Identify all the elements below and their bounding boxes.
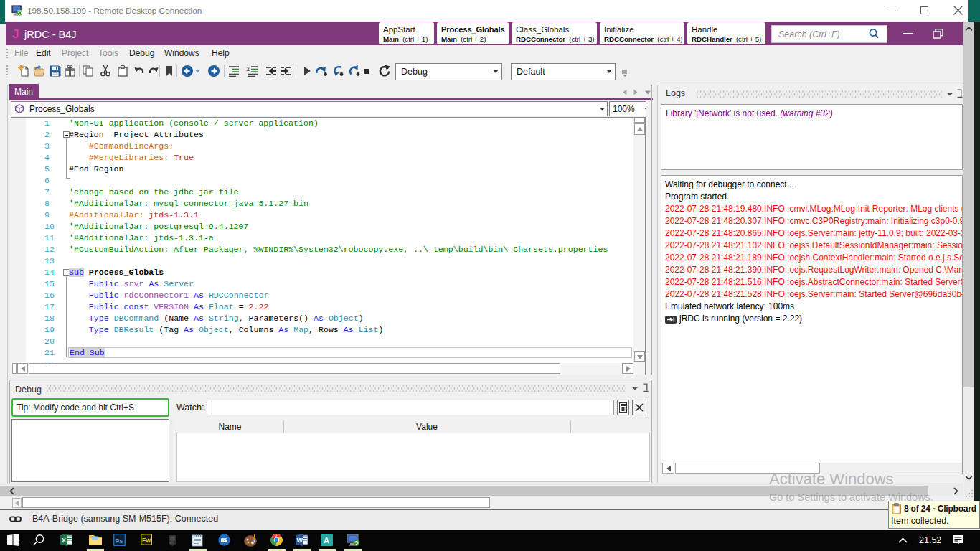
svg-text:Fw: Fw [142,537,151,544]
svg-text:Ps: Ps [116,537,123,545]
svg-text:MDL: MDL [170,542,175,545]
svg-text:W: W [297,537,303,544]
svg-text:X: X [62,537,66,544]
svg-text:A: A [324,536,329,545]
svg-text:2: 2 [246,65,250,72]
